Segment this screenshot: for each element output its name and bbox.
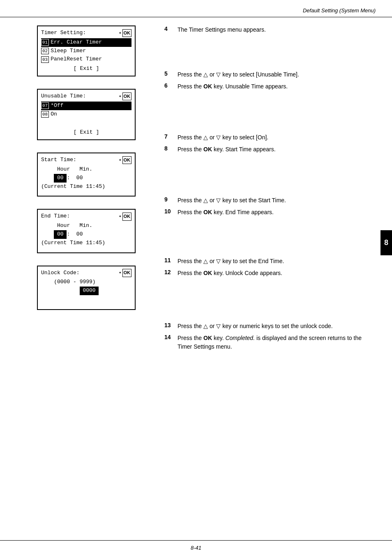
start-time-title: Start Time: — [41, 156, 76, 164]
instruction-13-14: 13 Press the △ or ▽ key or numeric keys … — [164, 322, 367, 354]
page-footer: 8-41 — [0, 540, 392, 555]
ok-badge-3: OK — [122, 156, 132, 164]
end-time-labels: Hour Min. — [41, 222, 131, 230]
nav-icon-1: ✦ — [119, 30, 122, 37]
instruction-7-8: 7 Press the △ or ▽ key to select [On]. 8… — [164, 133, 367, 157]
unusable-time-screen: Unusable Time: ✦ OK 07 *Off 08 On [ Exit… — [37, 89, 136, 140]
nav-icon-5: ✦ — [119, 269, 122, 277]
nav-icon-3: ✦ — [119, 157, 122, 164]
unusable-row-08: 08 On — [41, 110, 131, 119]
timer-setting-title: Timer Setting: — [41, 29, 86, 37]
ok-badge-1: OK — [122, 29, 132, 37]
timer-setting-screen: Timer Setting: ✦ OK 01 Err. Clear Timer … — [37, 25, 136, 76]
timer-row-02: 02 Sleep Timer — [41, 47, 131, 56]
unlock-range: (0000 - 9999) — [41, 278, 131, 287]
end-time-screen: End Time: ✦ OK Hour Min. 00 : 00 (Curren… — [37, 209, 136, 253]
instruction-9-10: 9 Press the △ or ▽ key to set the Start … — [164, 196, 367, 220]
end-time-values: 00 : 00 — [41, 230, 131, 239]
unusable-row-07: 07 *Off — [41, 102, 131, 110]
instruction-11-12: 11 Press the △ or ▽ key to set the End T… — [164, 257, 367, 281]
timer-row-03: 03 PanelReset Timer — [41, 55, 131, 64]
nav-icon-4: ✦ — [119, 213, 122, 220]
start-time-screen: Start Time: ✦ OK Hour Min. 00 : 00 (Curr… — [37, 153, 136, 197]
start-time-values: 00 : 00 — [41, 174, 131, 183]
nav-icon-2: ✦ — [119, 93, 122, 100]
ok-badge-5: OK — [122, 269, 132, 277]
unusable-exit: [ Exit ] — [41, 128, 131, 137]
instruction-5-6: 5 Press the △ or ▽ key to select [Unusab… — [164, 70, 367, 94]
start-time-labels: Hour Min. — [41, 165, 131, 174]
timer-exit: [ Exit ] — [41, 65, 131, 73]
page-header: Default Setting (System Menu) — [0, 0, 392, 17]
ok-badge-4: OK — [122, 213, 132, 221]
unusable-time-title: Unusable Time: — [41, 92, 86, 101]
section-tab: 8 — [380, 230, 392, 255]
end-time-title: End Time: — [41, 212, 70, 221]
start-time-current: (Current Time 11:45) — [41, 183, 131, 191]
end-time-current: (Current Time 11:45) — [41, 239, 131, 247]
unlock-code-title: Unlock Code: — [41, 269, 80, 278]
instruction-4: 4 The Timer Settings menu appears. — [164, 25, 367, 37]
timer-row-01: 01 Err. Clear Timer — [41, 38, 131, 47]
unlock-value: 0000 — [41, 287, 131, 295]
ok-badge-2: OK — [122, 92, 132, 101]
unlock-code-screen: Unlock Code: ✦ OK (0000 - 9999) 0000 — [37, 266, 136, 310]
